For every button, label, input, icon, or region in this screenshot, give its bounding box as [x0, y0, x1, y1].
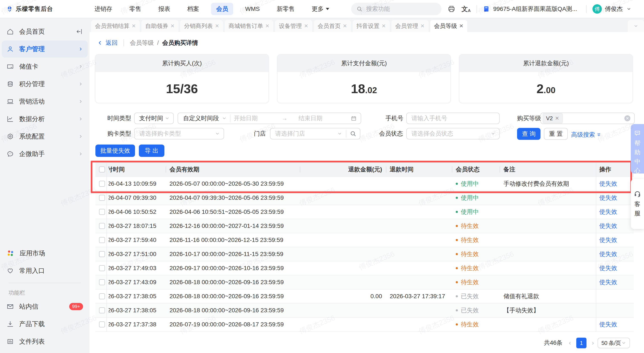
disable-link[interactable]: 使失效	[596, 237, 617, 243]
next-page-button[interactable]: ›	[589, 337, 597, 349]
row-checkbox[interactable]	[99, 321, 105, 327]
member-status-select[interactable]: 请选择会员状态	[406, 128, 500, 139]
tab-close-icon[interactable]: ✕	[459, 23, 464, 29]
row-checkbox[interactable]	[99, 223, 105, 229]
sidebar-bottom-item-1[interactable]: 应用市场	[2, 245, 88, 262]
disable-link[interactable]: 使失效	[596, 251, 617, 257]
printer-icon[interactable]	[448, 5, 456, 13]
time-type-select[interactable]: 支付时间	[134, 113, 174, 124]
store-select[interactable]: 请选择门店	[270, 128, 360, 139]
row-checkbox[interactable]	[99, 307, 105, 313]
phone-input[interactable]: 请输入手机号	[406, 113, 500, 124]
page-number-button[interactable]: 1	[576, 338, 586, 348]
top-nav-6[interactable]: WMS	[240, 4, 265, 15]
cell-pay-time: 2026-03-27 17:49:03	[108, 265, 166, 272]
date-range-picker[interactable]: 自定义时间段 开始日期 → 结束日期	[178, 113, 361, 124]
table-vline-right	[596, 162, 596, 332]
row-checkbox[interactable]	[99, 209, 105, 215]
disable-link[interactable]: 使失效	[596, 223, 617, 229]
tab-close-icon[interactable]: ✕	[170, 23, 175, 29]
disable-link[interactable]: 使失效	[596, 180, 617, 187]
tab-6[interactable]: 会员首页✕	[314, 20, 351, 32]
top-nav-1[interactable]: 进销存	[89, 3, 117, 15]
user-menu[interactable]: 傅 傅俊杰	[592, 4, 631, 14]
disable-link[interactable]: 使失效	[596, 265, 617, 271]
laptop-icon	[6, 98, 14, 105]
end-date-input[interactable]: 结束日期	[298, 114, 322, 122]
row-checkbox[interactable]	[99, 293, 105, 299]
sidebar-item-2[interactable]: 客户管理	[2, 41, 88, 58]
sidebar-item-1[interactable]: 会员首页	[2, 23, 88, 40]
disable-link[interactable]: 使失效	[596, 321, 617, 328]
disable-link[interactable]: 使失效	[596, 194, 617, 201]
tab-close-icon[interactable]: ✕	[132, 23, 136, 29]
prev-page-button[interactable]: ‹	[566, 337, 574, 349]
tab-close-icon[interactable]: ✕	[343, 23, 347, 29]
chevron-right-icon	[78, 134, 83, 139]
tab-5[interactable]: 设备管理✕	[275, 20, 312, 32]
tab-2[interactable]: 自助领券✕	[142, 20, 178, 32]
card-type-select[interactable]: 请选择购卡类型	[134, 128, 224, 139]
row-checkbox[interactable]	[99, 279, 105, 285]
top-nav-4[interactable]: 档案	[182, 3, 204, 15]
sidebar-item-8[interactable]: 企微助手	[2, 145, 88, 162]
translate-icon[interactable]: 文A	[462, 5, 471, 14]
row-checkbox[interactable]	[99, 195, 105, 201]
tab-close-icon[interactable]: ✕	[420, 23, 425, 29]
export-button[interactable]: 导 出	[139, 145, 164, 157]
brand[interactable]: 乐檬零售后台	[6, 5, 53, 14]
row-checkbox[interactable]	[99, 181, 105, 187]
tab-1[interactable]: 会员营销结算✕	[91, 20, 140, 32]
top-nav-8[interactable]: 更多	[307, 3, 334, 15]
sidebar-item-4[interactable]: 积分管理	[2, 76, 88, 93]
sidebar-item-5[interactable]: 营销活动	[2, 93, 88, 110]
start-date-input[interactable]: 开始日期	[234, 114, 258, 122]
search-input[interactable]: 搜索功能	[351, 3, 442, 15]
help-center-tab[interactable]: 帮助中心	[631, 124, 644, 174]
tab-close-icon[interactable]: ✕	[265, 23, 270, 29]
disable-link[interactable]: 使失效	[596, 208, 617, 215]
top-nav-3[interactable]: 报表	[153, 3, 175, 15]
query-button[interactable]: 查 询	[517, 128, 540, 140]
level-select[interactable]: V2✕ ✕	[540, 113, 635, 124]
back-button[interactable]: 返回	[97, 39, 118, 47]
tab-close-icon[interactable]: ✕	[215, 23, 219, 29]
tab-3[interactable]: 分销商列表✕	[180, 20, 223, 32]
tab-8[interactable]: 会员管理✕	[392, 20, 428, 32]
advanced-search-link[interactable]: 高级搜索	[571, 128, 602, 142]
sidebar-item-7[interactable]: 系统配置	[2, 128, 88, 145]
tab-7[interactable]: 抖音设置✕	[353, 20, 390, 32]
batch-disable-button[interactable]: 批量使失效	[96, 145, 135, 157]
tab-4[interactable]: 商城销售订单✕	[225, 20, 273, 32]
customer-service-tab[interactable]: 客服	[631, 179, 644, 229]
row-checkbox[interactable]	[99, 265, 105, 271]
row-checkbox[interactable]	[99, 251, 105, 257]
top-nav-7[interactable]: 新零售	[272, 3, 300, 15]
level-tag[interactable]: V2✕	[543, 113, 563, 123]
store-search-icon[interactable]	[350, 130, 356, 137]
row-checkbox[interactable]	[99, 237, 105, 243]
tag-close-icon[interactable]: ✕	[555, 115, 559, 121]
sidebar-item-3[interactable]: 储值卡	[2, 58, 88, 75]
sidebar-tool-1[interactable]: 站内信99+	[2, 298, 88, 315]
tab-close-icon[interactable]: ✕	[304, 23, 308, 29]
reset-button[interactable]: 重 置	[544, 128, 568, 140]
top-nav-2[interactable]: 零售	[124, 3, 146, 15]
collapse-sidebar-icon[interactable]	[76, 28, 83, 35]
chevron-right-icon	[78, 82, 83, 86]
tab-list-chevron[interactable]	[628, 20, 644, 32]
disable-link[interactable]: 使失效	[596, 279, 617, 285]
tab-close-icon[interactable]: ✕	[382, 23, 386, 29]
sidebar-bottom-item-2[interactable]: 常用入口	[2, 262, 88, 279]
cell-validity: 2026-04-06 10:50:51~2026-05-05 23:59:59	[166, 208, 300, 215]
tab-9[interactable]: 会员等级✕	[430, 20, 467, 32]
select-all-checkbox[interactable]	[99, 166, 105, 172]
breadcrumb-parent[interactable]: 会员等级	[130, 39, 154, 47]
page-size-select[interactable]: 50 条/页	[598, 338, 630, 348]
tenant-switcher[interactable]: 99675-A组新界面果蔬版QA测...	[483, 5, 580, 13]
top-nav-5[interactable]: 会员	[211, 3, 233, 15]
sidebar-item-6[interactable]: 数据分析	[2, 110, 88, 128]
sidebar-tool-3[interactable]: 文件列表	[2, 333, 88, 350]
sidebar-tool-2[interactable]: 产品下载	[2, 315, 88, 332]
clear-icon[interactable]: ✕	[624, 115, 630, 121]
